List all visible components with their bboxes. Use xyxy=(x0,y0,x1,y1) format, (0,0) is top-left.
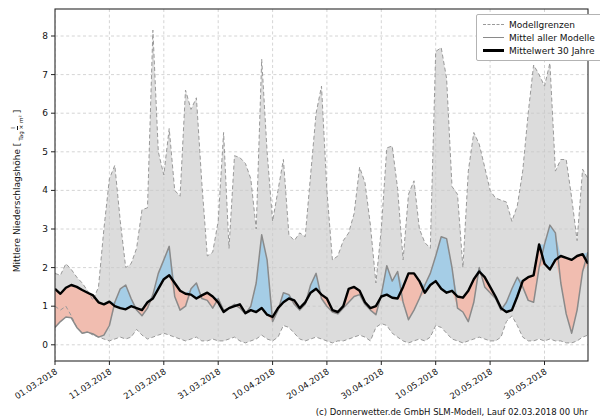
y-tick-label: 7 xyxy=(42,70,48,80)
legend-label: Mittelwert 30 Jahre xyxy=(509,46,595,56)
dashed-line-swatch xyxy=(483,24,504,25)
y-axis-label-suffix: ] xyxy=(12,110,22,114)
bold-line-swatch xyxy=(483,49,504,52)
x-tick-label: 30.05.2018 xyxy=(502,366,548,401)
y-tick-label: 5 xyxy=(42,147,48,157)
legend-item-mittelwert-30-jahre: Mittelwert 30 Jahre xyxy=(483,45,595,56)
legend-item-modellgrenzen: Modellgrenzen xyxy=(483,19,595,30)
y-tick-label: 3 xyxy=(42,224,48,234)
y-tick-label: 4 xyxy=(42,185,48,195)
y-axis-label-prefix: Mittlere Niederschlagshöhe [ xyxy=(12,143,22,273)
x-tick-label: 20.04.2018 xyxy=(285,366,331,401)
y-axis-unit-numerator: l xyxy=(10,126,17,131)
y-tick-label: 2 xyxy=(42,263,48,273)
solid-line-swatch xyxy=(483,37,504,38)
legend-item-mittel-aller-modelle: Mittel aller Modelle xyxy=(483,32,595,43)
copyright-caption: (c) Donnerwetter.de GmbH SLM-Modell, Lau… xyxy=(316,407,588,417)
y-tick-label: 8 xyxy=(42,31,48,41)
x-tick-label: 31.03.2018 xyxy=(176,366,222,401)
chart-canvas: 01234567801.03.201811.03.201821.03.20183… xyxy=(0,0,600,420)
y-tick-label: 0 xyxy=(42,340,48,350)
y-tick-label: 1 xyxy=(42,301,48,311)
x-tick-label: 20.05.2018 xyxy=(448,366,494,401)
forecast-chart-figure: 01234567801.03.201811.03.201821.03.20183… xyxy=(0,0,600,420)
y-axis-label: Mittlere Niederschlagshöhe [lTag × m²] xyxy=(9,101,25,281)
x-tick-label: 10.05.2018 xyxy=(394,366,440,401)
legend: Modellgrenzen Mittel aller Modelle Mitte… xyxy=(476,14,600,61)
x-tick-label: 10.04.2018 xyxy=(230,366,276,401)
y-axis-unit-fraction: lTag × m² xyxy=(10,115,24,140)
legend-label: Mittel aller Modelle xyxy=(509,33,595,43)
x-tick-label: 21.03.2018 xyxy=(122,366,168,401)
plot-area xyxy=(55,9,588,361)
x-tick-label: 01.03.2018 xyxy=(13,366,59,401)
y-tick-label: 6 xyxy=(42,108,48,118)
y-axis-unit-denominator: Tag × m² xyxy=(18,115,24,140)
x-tick-label: 11.03.2018 xyxy=(67,366,113,401)
x-tick-label: 30.04.2018 xyxy=(339,366,385,401)
legend-label: Modellgrenzen xyxy=(509,20,575,30)
